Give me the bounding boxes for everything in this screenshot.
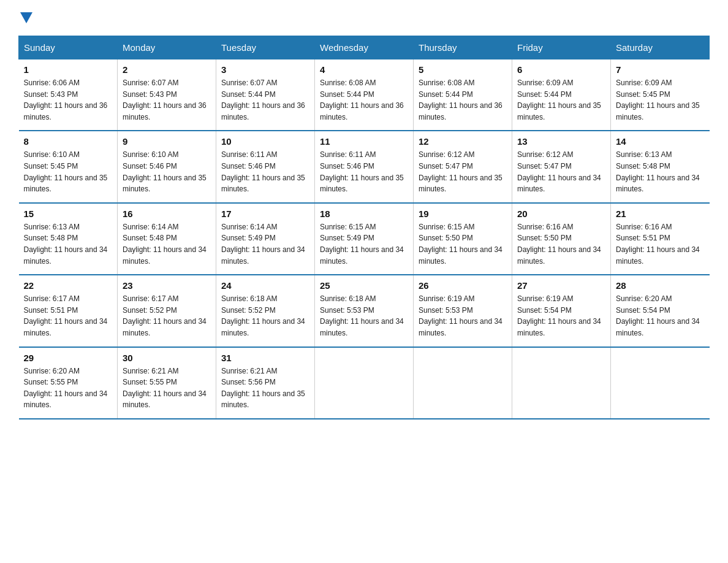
day-info: Sunrise: 6:17 AMSunset: 5:51 PMDaylight:… (24, 294, 108, 337)
day-info: Sunrise: 6:11 AMSunset: 5:46 PMDaylight:… (221, 150, 305, 193)
day-info: Sunrise: 6:18 AMSunset: 5:53 PMDaylight:… (320, 294, 404, 337)
day-number: 10 (221, 136, 309, 147)
day-number: 23 (123, 280, 211, 291)
calendar-day-cell: 21 Sunrise: 6:16 AMSunset: 5:51 PMDaylig… (611, 203, 710, 275)
day-number: 8 (24, 136, 113, 147)
day-info: Sunrise: 6:08 AMSunset: 5:44 PMDaylight:… (419, 79, 502, 121)
day-info: Sunrise: 6:13 AMSunset: 5:48 PMDaylight:… (24, 223, 108, 266)
day-info: Sunrise: 6:20 AMSunset: 5:54 PMDaylight:… (616, 294, 700, 337)
day-info: Sunrise: 6:11 AMSunset: 5:46 PMDaylight:… (320, 150, 404, 193)
calendar-day-cell: 29 Sunrise: 6:20 AMSunset: 5:55 PMDaylig… (19, 347, 118, 419)
day-number: 12 (419, 136, 507, 147)
calendar-day-cell: 3 Sunrise: 6:07 AMSunset: 5:44 PMDayligh… (216, 59, 315, 131)
day-info: Sunrise: 6:12 AMSunset: 5:47 PMDaylight:… (419, 150, 502, 193)
day-info: Sunrise: 6:13 AMSunset: 5:48 PMDaylight:… (616, 150, 700, 193)
day-header-saturday: Saturday (611, 36, 710, 59)
day-info: Sunrise: 6:18 AMSunset: 5:52 PMDaylight:… (221, 294, 305, 337)
calendar-day-cell: 2 Sunrise: 6:07 AMSunset: 5:43 PMDayligh… (118, 59, 216, 131)
calendar-day-cell: 14 Sunrise: 6:13 AMSunset: 5:48 PMDaylig… (611, 131, 710, 202)
calendar-day-cell (512, 347, 611, 419)
day-number: 18 (320, 209, 408, 219)
day-number: 25 (320, 280, 408, 291)
calendar-day-cell (315, 347, 414, 419)
day-number: 17 (221, 209, 309, 219)
calendar-week-row: 22 Sunrise: 6:17 AMSunset: 5:51 PMDaylig… (19, 275, 710, 347)
day-info: Sunrise: 6:17 AMSunset: 5:52 PMDaylight:… (123, 294, 207, 337)
day-number: 27 (517, 280, 605, 291)
day-info: Sunrise: 6:15 AMSunset: 5:49 PMDaylight:… (320, 223, 404, 266)
calendar-day-cell: 18 Sunrise: 6:15 AMSunset: 5:49 PMDaylig… (315, 203, 414, 275)
day-info: Sunrise: 6:10 AMSunset: 5:46 PMDaylight:… (123, 150, 207, 193)
calendar-day-cell: 27 Sunrise: 6:19 AMSunset: 5:54 PMDaylig… (512, 275, 611, 347)
calendar-week-row: 1 Sunrise: 6:06 AMSunset: 5:43 PMDayligh… (19, 59, 710, 131)
calendar-day-cell: 13 Sunrise: 6:12 AMSunset: 5:47 PMDaylig… (512, 131, 611, 202)
day-number: 15 (24, 209, 113, 219)
day-info: Sunrise: 6:06 AMSunset: 5:43 PMDaylight:… (24, 79, 108, 121)
page-header (18, 12, 710, 23)
calendar-day-cell: 15 Sunrise: 6:13 AMSunset: 5:48 PMDaylig… (19, 203, 118, 275)
day-info: Sunrise: 6:09 AMSunset: 5:45 PMDaylight:… (616, 79, 700, 121)
logo-blue-text (18, 12, 34, 23)
day-number: 9 (123, 136, 211, 147)
calendar-day-cell: 9 Sunrise: 6:10 AMSunset: 5:46 PMDayligh… (118, 131, 216, 202)
calendar-day-cell: 20 Sunrise: 6:16 AMSunset: 5:50 PMDaylig… (512, 203, 611, 275)
day-number: 30 (123, 353, 211, 363)
day-header-tuesday: Tuesday (216, 36, 315, 59)
calendar-header: SundayMondayTuesdayWednesdayThursdayFrid… (19, 36, 710, 59)
logo-triangle-icon (20, 12, 32, 23)
day-number: 29 (24, 353, 113, 363)
calendar-day-cell: 8 Sunrise: 6:10 AMSunset: 5:45 PMDayligh… (19, 131, 118, 202)
day-info: Sunrise: 6:16 AMSunset: 5:50 PMDaylight:… (517, 223, 601, 266)
day-info: Sunrise: 6:19 AMSunset: 5:53 PMDaylight:… (419, 294, 502, 337)
day-info: Sunrise: 6:12 AMSunset: 5:47 PMDaylight:… (517, 150, 601, 193)
day-number: 2 (123, 64, 211, 75)
calendar-day-cell: 16 Sunrise: 6:14 AMSunset: 5:48 PMDaylig… (118, 203, 216, 275)
calendar-week-row: 15 Sunrise: 6:13 AMSunset: 5:48 PMDaylig… (19, 203, 710, 275)
day-number: 5 (419, 64, 507, 75)
calendar-day-cell: 26 Sunrise: 6:19 AMSunset: 5:53 PMDaylig… (414, 275, 512, 347)
day-number: 22 (24, 280, 113, 291)
calendar-day-cell: 11 Sunrise: 6:11 AMSunset: 5:46 PMDaylig… (315, 131, 414, 202)
calendar-day-cell: 7 Sunrise: 6:09 AMSunset: 5:45 PMDayligh… (611, 59, 710, 131)
calendar-body: 1 Sunrise: 6:06 AMSunset: 5:43 PMDayligh… (19, 59, 710, 419)
calendar-day-cell: 4 Sunrise: 6:08 AMSunset: 5:44 PMDayligh… (315, 59, 414, 131)
day-info: Sunrise: 6:07 AMSunset: 5:44 PMDaylight:… (221, 79, 305, 121)
calendar-day-cell: 1 Sunrise: 6:06 AMSunset: 5:43 PMDayligh… (19, 59, 118, 131)
calendar-table: SundayMondayTuesdayWednesdayThursdayFrid… (18, 36, 710, 419)
calendar-day-cell: 12 Sunrise: 6:12 AMSunset: 5:47 PMDaylig… (414, 131, 512, 202)
day-info: Sunrise: 6:10 AMSunset: 5:45 PMDaylight:… (24, 150, 108, 193)
calendar-day-cell: 28 Sunrise: 6:20 AMSunset: 5:54 PMDaylig… (611, 275, 710, 347)
day-number: 13 (517, 136, 605, 147)
calendar-day-cell: 17 Sunrise: 6:14 AMSunset: 5:49 PMDaylig… (216, 203, 315, 275)
day-info: Sunrise: 6:14 AMSunset: 5:48 PMDaylight:… (123, 223, 207, 266)
day-number: 16 (123, 209, 211, 219)
days-of-week-row: SundayMondayTuesdayWednesdayThursdayFrid… (19, 36, 710, 59)
logo (18, 12, 34, 23)
day-info: Sunrise: 6:15 AMSunset: 5:50 PMDaylight:… (419, 223, 502, 266)
day-number: 31 (221, 353, 309, 363)
calendar-day-cell (414, 347, 512, 419)
day-number: 14 (616, 136, 705, 147)
day-number: 4 (320, 64, 408, 75)
calendar-day-cell: 24 Sunrise: 6:18 AMSunset: 5:52 PMDaylig… (216, 275, 315, 347)
day-number: 1 (24, 64, 113, 75)
calendar-day-cell: 22 Sunrise: 6:17 AMSunset: 5:51 PMDaylig… (19, 275, 118, 347)
day-info: Sunrise: 6:14 AMSunset: 5:49 PMDaylight:… (221, 223, 305, 266)
day-number: 11 (320, 136, 408, 147)
calendar-day-cell: 10 Sunrise: 6:11 AMSunset: 5:46 PMDaylig… (216, 131, 315, 202)
calendar-day-cell: 25 Sunrise: 6:18 AMSunset: 5:53 PMDaylig… (315, 275, 414, 347)
day-number: 24 (221, 280, 309, 291)
day-info: Sunrise: 6:19 AMSunset: 5:54 PMDaylight:… (517, 294, 601, 337)
day-number: 26 (419, 280, 507, 291)
day-number: 7 (616, 64, 705, 75)
day-number: 20 (517, 209, 605, 219)
calendar-day-cell: 6 Sunrise: 6:09 AMSunset: 5:44 PMDayligh… (512, 59, 611, 131)
calendar-day-cell: 23 Sunrise: 6:17 AMSunset: 5:52 PMDaylig… (118, 275, 216, 347)
calendar-day-cell (611, 347, 710, 419)
calendar-day-cell: 5 Sunrise: 6:08 AMSunset: 5:44 PMDayligh… (414, 59, 512, 131)
day-info: Sunrise: 6:07 AMSunset: 5:43 PMDaylight:… (123, 79, 207, 121)
calendar-week-row: 29 Sunrise: 6:20 AMSunset: 5:55 PMDaylig… (19, 347, 710, 419)
day-number: 3 (221, 64, 309, 75)
calendar-day-cell: 19 Sunrise: 6:15 AMSunset: 5:50 PMDaylig… (414, 203, 512, 275)
day-info: Sunrise: 6:08 AMSunset: 5:44 PMDaylight:… (320, 79, 404, 121)
